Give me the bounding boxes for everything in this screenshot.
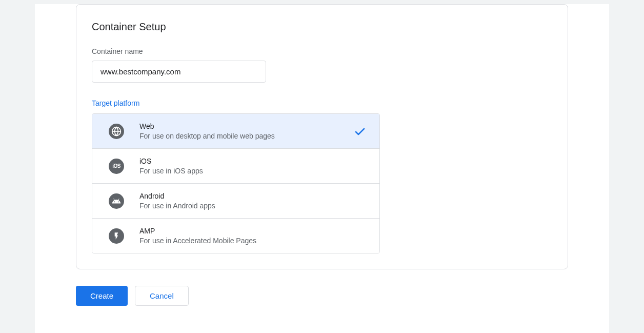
platform-title: Web [139, 122, 349, 130]
container-setup-card: Container Setup Container name Target pl… [76, 4, 568, 269]
container-name-input[interactable] [92, 61, 266, 83]
web-icon [109, 124, 124, 139]
platform-option-android[interactable]: Android For use in Android apps [92, 184, 379, 219]
container-name-label: Container name [92, 47, 552, 55]
platform-option-web[interactable]: Web For use on desktop and mobile web pa… [92, 114, 379, 149]
android-icon [109, 193, 124, 209]
platform-desc: For use in Accelerated Mobile Pages [139, 237, 369, 245]
button-row: Create Cancel [76, 286, 568, 306]
platform-option-amp[interactable]: AMP For use in Accelerated Mobile Pages [92, 219, 379, 253]
platform-text: Android For use in Android apps [139, 192, 369, 210]
create-button[interactable]: Create [76, 286, 128, 306]
amp-icon [109, 228, 124, 244]
platform-option-ios[interactable]: iOS iOS For use in iOS apps [92, 149, 379, 184]
target-platform-label: Target platform [92, 99, 552, 107]
platform-text: Web For use on desktop and mobile web pa… [139, 122, 349, 140]
ios-icon: iOS [109, 159, 124, 174]
platform-text: iOS For use in iOS apps [139, 157, 369, 175]
cancel-button[interactable]: Cancel [135, 286, 189, 306]
card-title: Container Setup [92, 21, 552, 33]
check-icon [354, 125, 366, 138]
platform-desc: For use in Android apps [139, 202, 369, 210]
platform-text: AMP For use in Accelerated Mobile Pages [139, 227, 369, 245]
platform-title: AMP [139, 227, 369, 235]
platform-title: iOS [139, 157, 369, 165]
platform-list: Web For use on desktop and mobile web pa… [92, 113, 380, 253]
platform-desc: For use in iOS apps [139, 167, 369, 175]
platform-desc: For use on desktop and mobile web pages [139, 132, 349, 140]
platform-title: Android [139, 192, 369, 200]
page-container: Container Setup Container name Target pl… [35, 4, 609, 333]
